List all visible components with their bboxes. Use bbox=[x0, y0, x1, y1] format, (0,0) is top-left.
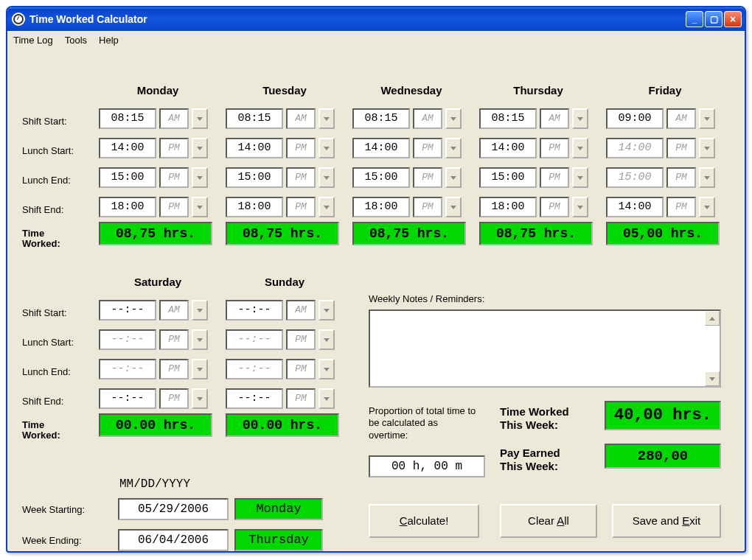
shift-end-input[interactable]: --:-- bbox=[226, 388, 283, 409]
ampm-dropdown-button[interactable] bbox=[192, 167, 208, 188]
lunch-end-input[interactable]: 15:00 bbox=[99, 167, 156, 188]
shift-start-input[interactable]: --:-- bbox=[99, 300, 156, 321]
shift-start-input[interactable]: 08:15 bbox=[352, 108, 410, 129]
ampm-dropdown-button[interactable] bbox=[699, 167, 715, 188]
ampm-dropdown-button[interactable] bbox=[318, 388, 335, 409]
menu-tools[interactable]: Tools bbox=[65, 35, 87, 46]
clear-all-button[interactable]: Clear All bbox=[500, 504, 597, 538]
week-starting-input[interactable]: 05/29/2006 bbox=[118, 498, 229, 520]
ampm-dropdown-button[interactable] bbox=[318, 300, 335, 321]
ampm-dropdown-button[interactable] bbox=[445, 197, 462, 217]
lunch-end-input[interactable]: 15:00 bbox=[606, 167, 664, 188]
day-column-friday: Friday09:00AM14:00PM15:00PM14:00PM05,00 … bbox=[606, 84, 724, 245]
time-row: --:--PM bbox=[99, 354, 217, 384]
chevron-down-icon bbox=[324, 147, 330, 150]
notes-scroll-up-icon[interactable] bbox=[705, 311, 720, 326]
ampm-dropdown-button[interactable] bbox=[318, 197, 335, 217]
close-button[interactable]: × bbox=[724, 11, 742, 27]
ampm-dropdown-button[interactable] bbox=[318, 329, 335, 350]
ampm-display: AM bbox=[159, 300, 189, 321]
time-row: 14:00PM bbox=[226, 133, 344, 163]
chevron-down-icon bbox=[197, 206, 203, 209]
ampm-display: PM bbox=[159, 167, 189, 188]
time-row: --:--PM bbox=[99, 325, 217, 354]
notes-textarea[interactable] bbox=[369, 309, 721, 388]
ampm-display: PM bbox=[413, 167, 442, 188]
shift-start-input[interactable]: 09:00 bbox=[606, 108, 664, 129]
label-time-worked: TimeWorked: bbox=[22, 224, 96, 253]
chevron-down-icon bbox=[704, 176, 710, 180]
label-shift-start-b: Shift Start: bbox=[22, 298, 96, 327]
notes-scroll-down-icon[interactable] bbox=[705, 371, 720, 386]
overtime-input[interactable]: 00 h, 00 m bbox=[369, 455, 485, 477]
lunch-end-input[interactable]: --:-- bbox=[226, 359, 283, 379]
lunch-start-input[interactable]: 14:00 bbox=[606, 138, 664, 158]
menu-help[interactable]: Help bbox=[99, 35, 119, 46]
week-ending-input[interactable]: 06/04/2006 bbox=[118, 529, 229, 551]
shift-end-input[interactable]: 18:00 bbox=[479, 197, 537, 217]
ampm-dropdown-button[interactable] bbox=[192, 329, 208, 350]
lunch-end-input[interactable]: 15:00 bbox=[352, 167, 410, 188]
shift-start-input[interactable]: --:-- bbox=[226, 300, 283, 321]
ampm-dropdown-button[interactable] bbox=[445, 108, 462, 129]
ampm-dropdown-button[interactable] bbox=[699, 108, 715, 129]
time-worked-value: 05,00 hrs. bbox=[606, 222, 720, 245]
ampm-dropdown-button[interactable] bbox=[192, 197, 208, 217]
chevron-down-icon bbox=[197, 338, 203, 342]
lunch-end-input[interactable]: 15:00 bbox=[479, 167, 537, 188]
chevron-down-icon bbox=[197, 176, 203, 180]
ampm-display: PM bbox=[666, 197, 696, 217]
time-row: 08:15AM bbox=[226, 104, 344, 133]
overtime-label: Proportion of total time to be calculate… bbox=[369, 405, 479, 441]
ampm-dropdown-button[interactable] bbox=[192, 138, 208, 158]
shift-end-input[interactable]: 18:00 bbox=[352, 197, 410, 217]
row-labels-top: Shift Start: Lunch Start: Lunch End: Shi… bbox=[22, 106, 96, 253]
chevron-down-icon bbox=[324, 368, 330, 371]
ampm-dropdown-button[interactable] bbox=[572, 197, 588, 217]
ampm-dropdown-button[interactable] bbox=[192, 359, 208, 379]
maximize-button[interactable]: ▢ bbox=[705, 11, 723, 27]
shift-start-input[interactable]: 08:15 bbox=[99, 108, 156, 129]
lunch-start-input[interactable]: 14:00 bbox=[352, 138, 410, 158]
ampm-display: PM bbox=[540, 167, 569, 188]
shift-start-input[interactable]: 08:15 bbox=[226, 108, 283, 129]
ampm-dropdown-button[interactable] bbox=[192, 300, 208, 321]
lunch-start-input[interactable]: 14:00 bbox=[226, 138, 283, 158]
shift-end-input[interactable]: 18:00 bbox=[99, 197, 156, 217]
time-worked-value: 00.00 hrs. bbox=[226, 413, 339, 437]
calculate-button[interactable]: Calculate! bbox=[369, 504, 479, 538]
day-column-saturday: Saturday--:--AM--:--PM--:--PM--:--PM00.0… bbox=[99, 276, 217, 437]
ampm-dropdown-button[interactable] bbox=[192, 388, 208, 409]
shift-end-input[interactable]: 14:00 bbox=[606, 197, 664, 217]
day-header: Saturday bbox=[99, 276, 217, 288]
chevron-down-icon bbox=[324, 397, 330, 401]
week-ending-label: Week Ending: bbox=[22, 535, 118, 546]
lunch-end-input[interactable]: --:-- bbox=[99, 359, 156, 379]
shift-start-input[interactable]: 08:15 bbox=[479, 108, 537, 129]
ampm-dropdown-button[interactable] bbox=[318, 138, 335, 158]
menu-time-log[interactable]: Time Log bbox=[13, 35, 53, 46]
lunch-start-input[interactable]: --:-- bbox=[226, 329, 283, 350]
ampm-dropdown-button[interactable] bbox=[572, 167, 588, 188]
ampm-dropdown-button[interactable] bbox=[572, 108, 588, 129]
ampm-dropdown-button[interactable] bbox=[192, 108, 208, 129]
time-row: 18:00PM bbox=[352, 192, 470, 222]
ampm-dropdown-button[interactable] bbox=[318, 167, 335, 188]
ampm-dropdown-button[interactable] bbox=[318, 359, 335, 379]
ampm-dropdown-button[interactable] bbox=[445, 138, 462, 158]
lunch-start-input[interactable]: --:-- bbox=[99, 329, 156, 350]
shift-end-input[interactable]: 18:00 bbox=[226, 197, 283, 217]
ampm-dropdown-button[interactable] bbox=[699, 197, 715, 217]
ampm-dropdown-button[interactable] bbox=[318, 108, 335, 129]
day-header: Wednesday bbox=[352, 84, 470, 97]
lunch-start-input[interactable]: 14:00 bbox=[99, 138, 156, 158]
ampm-dropdown-button[interactable] bbox=[699, 138, 715, 158]
save-exit-button[interactable]: Save and Exit bbox=[612, 504, 721, 538]
ampm-dropdown-button[interactable] bbox=[445, 167, 462, 188]
lunch-end-input[interactable]: 15:00 bbox=[226, 167, 283, 188]
shift-end-input[interactable]: --:-- bbox=[99, 388, 156, 409]
pay-earned-week-label: Pay EarnedThis Week: bbox=[500, 447, 603, 473]
lunch-start-input[interactable]: 14:00 bbox=[479, 138, 537, 158]
minimize-button[interactable]: _ bbox=[686, 11, 703, 27]
ampm-dropdown-button[interactable] bbox=[572, 138, 588, 158]
